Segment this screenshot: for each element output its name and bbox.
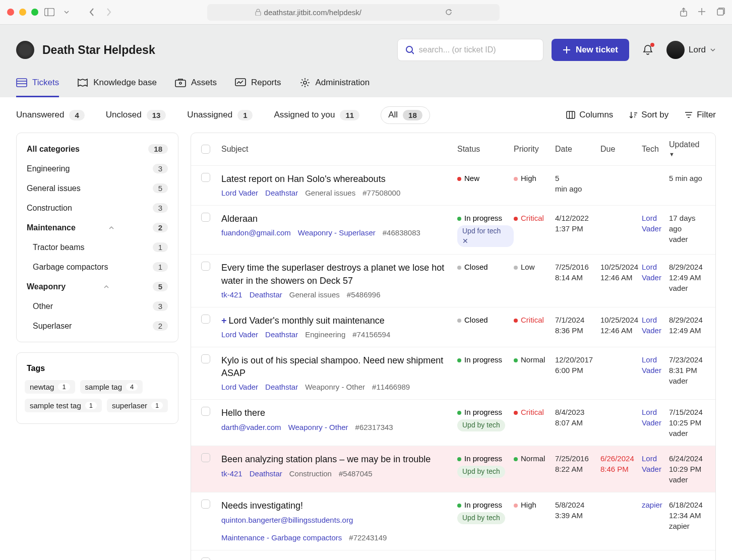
column-date[interactable]: Date	[555, 145, 600, 154]
filter-unanswered[interactable]: Unanswered4	[16, 110, 85, 120]
category-general-issues[interactable]: General issues5	[17, 178, 178, 198]
category-superlaser[interactable]: Superlaser2	[17, 316, 178, 336]
ticket-tech[interactable]: zapier	[642, 500, 669, 542]
ticket-subject: Needs investigating!	[221, 500, 457, 512]
search-input[interactable]	[419, 45, 536, 54]
columns-button[interactable]: Columns	[566, 110, 613, 120]
category-engineering[interactable]: Engineering3	[17, 159, 178, 178]
row-checkbox[interactable]	[201, 354, 210, 363]
column-tech[interactable]: Tech	[642, 145, 669, 154]
back-icon[interactable]	[86, 6, 98, 18]
svg-rect-9	[175, 80, 186, 87]
svg-rect-11	[235, 79, 246, 86]
select-all-checkbox[interactable]	[201, 145, 210, 154]
chevron-up-icon	[103, 285, 109, 289]
user-menu[interactable]: Lord	[666, 41, 716, 59]
row-checkbox[interactable]	[201, 407, 210, 416]
notifications-button[interactable]	[642, 44, 653, 56]
ticket-subject: Been analyzing station plans – we may be…	[221, 453, 457, 466]
app-logo[interactable]	[16, 41, 34, 59]
reload-icon[interactable]	[445, 9, 452, 16]
ticket-due	[600, 173, 642, 198]
window-controls	[7, 9, 38, 16]
filter-all[interactable]: All18	[381, 106, 430, 124]
column-due[interactable]: Due	[600, 145, 642, 154]
ticket-tech[interactable]	[642, 173, 669, 198]
filter-unclosed[interactable]: Unclosed13	[106, 110, 166, 120]
row-checkbox[interactable]	[201, 173, 210, 182]
ticket-meta: Lord VaderDeathstarGeneral issues#775080…	[221, 188, 457, 198]
tag-sample-test-tag[interactable]: sample test tag1	[25, 399, 102, 412]
ticket-tech[interactable]: Lord Vader	[642, 213, 669, 247]
row-checkbox[interactable]	[201, 500, 210, 509]
ticket-row[interactable]: Can we please have a handrail installed …	[191, 550, 715, 561]
minimize-window-icon[interactable]	[19, 9, 26, 16]
new-ticket-button[interactable]: New ticket	[552, 39, 629, 61]
category-weaponry[interactable]: Weaponry5	[17, 277, 178, 296]
filter-unassigned[interactable]: Unassigned1	[187, 110, 253, 120]
sort-button[interactable]: Sort by	[629, 110, 668, 120]
ticket-tech[interactable]: Lord Vader	[642, 315, 669, 340]
filter-assigned-to-you[interactable]: Assigned to you11	[274, 110, 359, 120]
plus-icon	[563, 46, 571, 54]
ticket-row[interactable]: Alderaanfuandon@gmail.comWeaponry - Supe…	[191, 206, 715, 255]
category-other[interactable]: Other3	[17, 296, 178, 316]
column-priority[interactable]: Priority	[514, 145, 555, 154]
category-all-categories[interactable]: All categories18	[17, 139, 178, 159]
category-tractor-beams[interactable]: Tractor beams1	[17, 237, 178, 257]
ticket-date: 7/25/20168:14 AM	[555, 262, 600, 299]
close-window-icon[interactable]	[7, 9, 14, 16]
ticket-row[interactable]: Been analyzing station plans – we may be…	[191, 446, 715, 492]
tabs-icon[interactable]	[716, 8, 725, 17]
ticket-row[interactable]: Latest report on Han Solo's whereaboutsL…	[191, 166, 715, 206]
ticket-updated: 6/18/2024 12:34 AMzapier	[669, 500, 705, 542]
ticket-date: 7/25/20168:22 AM	[555, 453, 600, 485]
ticket-meta: fuandon@gmail.comWeaponry - Superlaser#4…	[221, 227, 457, 238]
ticket-due	[600, 500, 642, 542]
maximize-window-icon[interactable]	[31, 9, 38, 16]
nav-reports[interactable]: Reports	[235, 70, 281, 97]
ticket-tech[interactable]: Lord Vader	[642, 407, 669, 439]
ticket-tech[interactable]: Lord Vader	[642, 354, 669, 392]
new-tab-icon[interactable]	[698, 8, 706, 17]
nav-icon	[77, 78, 88, 87]
nav-assets[interactable]: Assets	[175, 70, 217, 97]
category-construction[interactable]: Construction3	[17, 198, 178, 218]
category-garbage-compactors[interactable]: Garbage compactors1	[17, 257, 178, 277]
ticket-row[interactable]: Needs investigating!quinton.bangerter@bi…	[191, 492, 715, 550]
ticket-date: 4/12/20221:37 PM	[555, 213, 600, 247]
nav-knowledge-base[interactable]: Knowledge base	[77, 70, 157, 97]
ticket-tech[interactable]: Lord Vader	[642, 262, 669, 299]
column-status[interactable]: Status	[457, 145, 514, 154]
ticket-tech[interactable]: Lord Vader	[642, 453, 669, 485]
column-updated[interactable]: Updated ▼	[669, 140, 705, 158]
chevron-down-icon[interactable]	[60, 6, 73, 18]
ticket-row[interactable]: Kylo is out of his special shampoo. Need…	[191, 347, 715, 400]
ticket-priority: High	[514, 500, 555, 542]
column-subject[interactable]: Subject	[221, 145, 457, 154]
address-bar[interactable]: deathstar.jitbit.com/helpdesk/	[207, 4, 500, 21]
ticket-row[interactable]: Every time the superlaser destroys a pla…	[191, 255, 715, 307]
filter-button[interactable]: Filter	[685, 110, 716, 120]
share-icon[interactable]	[680, 8, 688, 17]
ticket-tech[interactable]: Lord Vader	[642, 557, 669, 561]
nav-tickets[interactable]: Tickets	[16, 70, 59, 97]
tag-newtag[interactable]: newtag1	[25, 380, 75, 394]
ticket-row[interactable]: +Lord Vader's monthly suit maintenanceLo…	[191, 307, 715, 347]
sidebar-toggle-icon[interactable]	[43, 6, 55, 18]
row-checkbox[interactable]	[201, 315, 210, 324]
ticket-row[interactable]: Hello theredarth@vader.comWeaponry - Oth…	[191, 400, 715, 446]
category-maintenance[interactable]: Maintenance2	[17, 218, 178, 237]
search-box[interactable]	[397, 39, 543, 61]
row-checkbox[interactable]	[201, 557, 210, 561]
ticket-updated: 6/18/2024 12:34 AMvader	[669, 557, 705, 561]
tickets-table: Subject Status Priority Date Due Tech Up…	[191, 133, 716, 560]
tag-sample-tag[interactable]: sample tag4	[80, 380, 143, 394]
tag-superlaser[interactable]: superlaser1	[107, 399, 168, 412]
nav-administration[interactable]: Administration	[299, 70, 370, 97]
forward-icon[interactable]	[103, 6, 115, 18]
row-checkbox[interactable]	[201, 213, 210, 222]
row-checkbox[interactable]	[201, 453, 210, 462]
ticket-due: 10/25/202412:46 AM	[600, 262, 642, 299]
row-checkbox[interactable]	[201, 262, 210, 271]
